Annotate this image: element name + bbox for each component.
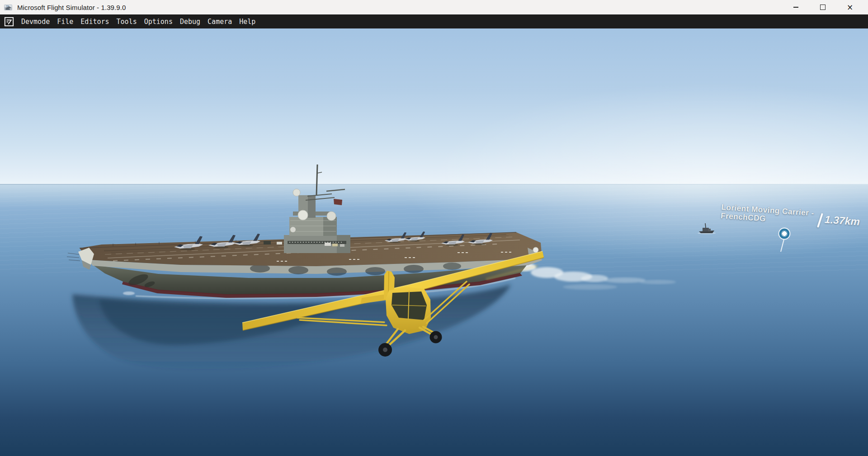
poi-distance: 1.37km (824, 213, 860, 228)
menu-item-help[interactable]: Help (236, 18, 259, 26)
devmode-icon (4, 17, 14, 27)
app-icon (4, 4, 13, 11)
menu-item-devmode[interactable]: Devmode (18, 18, 53, 26)
menu-item-tools[interactable]: Tools (113, 18, 141, 26)
maximize-icon (820, 5, 826, 10)
menu-item-camera[interactable]: Camera (204, 18, 236, 26)
close-button[interactable]: × (836, 0, 863, 14)
menu-item-editors[interactable]: Editors (77, 18, 113, 26)
minimize-button[interactable] (782, 0, 809, 14)
caption-buttons: × (782, 0, 868, 14)
minimize-icon (793, 7, 798, 8)
carrier-island (284, 165, 350, 253)
menu-item-file[interactable]: File (53, 18, 77, 26)
waypoint-icon (778, 227, 791, 240)
waypoint-leader-line (781, 240, 784, 252)
maximize-button[interactable] (809, 0, 836, 14)
world-scene (0, 28, 868, 456)
aircraft-carrier (67, 165, 542, 298)
escort-ship (698, 223, 716, 234)
title-bar: Microsoft Flight Simulator - 1.39.9.0 × (0, 0, 868, 14)
waypoint-marker (778, 227, 791, 240)
window-title: Microsoft Flight Simulator - 1.39.9.0 (17, 4, 126, 11)
simulation-viewport[interactable]: Lorient Moving Carrier - FrenchCDG 1.37k… (0, 28, 868, 456)
devmode-menu-bar: Devmode File Editors Tools Options Debug… (0, 14, 868, 28)
menu-item-debug[interactable]: Debug (176, 18, 204, 26)
close-icon: × (847, 4, 853, 11)
menu-item-options[interactable]: Options (141, 18, 176, 26)
